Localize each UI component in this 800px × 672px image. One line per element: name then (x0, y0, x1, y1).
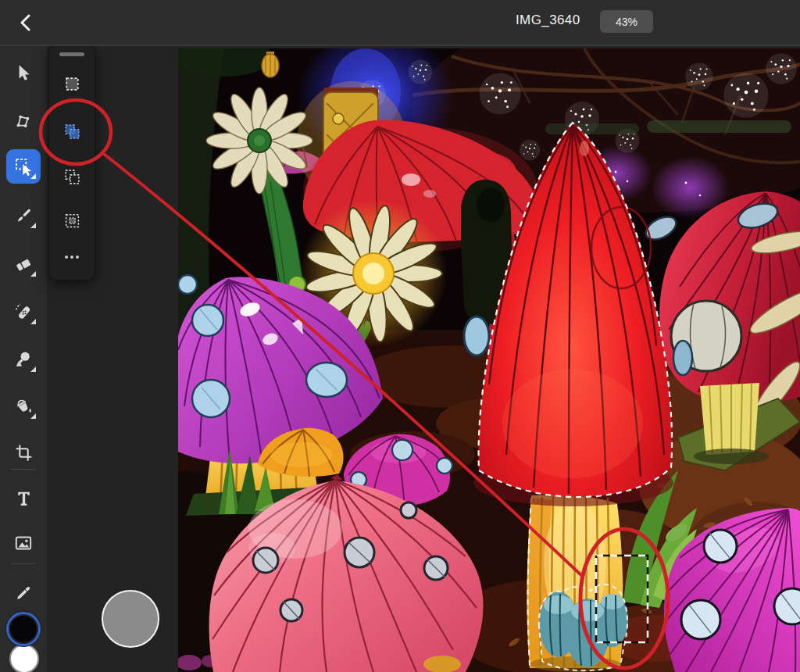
add-to-selection-icon (63, 123, 81, 141)
zoom-level-badge[interactable]: 43% (600, 10, 653, 33)
back-button[interactable] (14, 11, 38, 34)
tool-lasso[interactable] (6, 104, 41, 138)
photo-canvas[interactable] (178, 48, 800, 672)
option-subtract-from-selection[interactable] (56, 161, 88, 192)
tool-eyedropper[interactable] (6, 575, 41, 609)
foreground-color-swatch[interactable] (6, 612, 41, 646)
intersect-selection-icon (63, 212, 81, 230)
option-more-selection-options[interactable] (56, 241, 88, 273)
flyout-drag-handle[interactable] (59, 52, 84, 56)
tool-type[interactable] (6, 481, 41, 515)
top-bar: IMG_3640 43% (0, 0, 800, 46)
tool-move[interactable] (6, 55, 41, 90)
new-selection-icon (63, 75, 81, 93)
background-color-swatch[interactable] (9, 644, 39, 672)
option-add-to-selection[interactable] (56, 116, 88, 147)
tool-crop[interactable] (6, 435, 41, 470)
selection-options-flyout (48, 45, 95, 281)
crop-icon (14, 443, 34, 463)
tool-sidebar (0, 45, 47, 672)
tool-clone-stamp[interactable] (6, 342, 41, 377)
subtract-from-selection-icon (63, 168, 81, 186)
flyout-indicator (30, 413, 36, 419)
cursor-arrow-icon (13, 63, 34, 83)
ellipsis-icon (62, 248, 81, 266)
flyout-indicator (30, 173, 36, 179)
tool-eraser[interactable] (6, 247, 41, 281)
tool-transform-select[interactable] (6, 149, 41, 184)
toolbar-divider (11, 469, 36, 470)
tiny-yellow-cap (423, 656, 461, 672)
lantern-scene (178, 48, 800, 672)
flyout-indicator (30, 271, 36, 277)
toolbar-divider (11, 563, 36, 564)
photoshop-window: IMG_3640 43% (0, 0, 800, 672)
tool-healing[interactable] (6, 295, 41, 329)
option-new-selection[interactable] (56, 68, 88, 99)
flyout-indicator (30, 366, 36, 372)
document-title: IMG_3640 (516, 13, 580, 28)
eyedropper-icon (14, 583, 34, 602)
place-image-icon (13, 533, 34, 553)
tool-brush[interactable] (6, 198, 41, 233)
bottom-right-magenta-mushroom (662, 508, 800, 672)
tool-fill[interactable] (6, 389, 41, 424)
touch-shortcut-control[interactable] (102, 590, 159, 648)
flyout-indicator (30, 319, 36, 324)
type-tool-icon (14, 488, 34, 508)
polygon-lasso-icon (13, 111, 34, 131)
flyout-indicator (30, 223, 36, 228)
chevron-left-icon (19, 14, 33, 31)
tool-place-image[interactable] (6, 526, 41, 560)
option-intersect-selection[interactable] (56, 205, 88, 236)
